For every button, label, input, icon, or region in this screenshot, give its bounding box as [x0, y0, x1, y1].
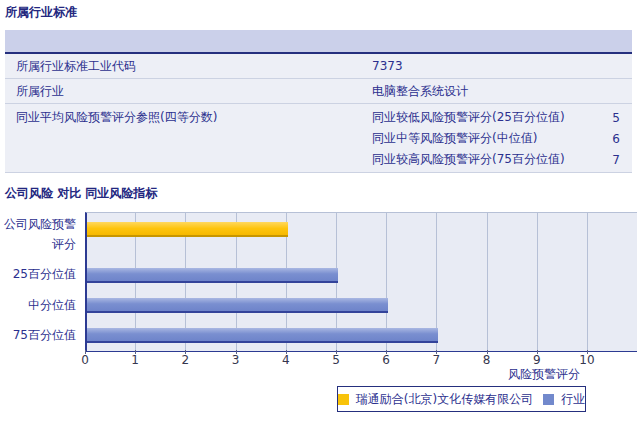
- category-label: 公司风险预警评分: [0, 214, 76, 254]
- x-tick-label: 1: [120, 353, 150, 367]
- x-tick-mark: [185, 350, 186, 354]
- subrow-value: 6: [612, 132, 620, 146]
- row-value: 7373: [372, 59, 632, 73]
- table-row: 所属行业标准工业代码 7373: [5, 54, 632, 79]
- x-tick-mark: [286, 350, 287, 354]
- bar-industry-6: [87, 298, 388, 313]
- x-tick-mark: [537, 350, 538, 354]
- gridline: [537, 213, 538, 351]
- row-label: 所属行业标准工业代码: [5, 58, 372, 75]
- x-tick-mark: [236, 350, 237, 354]
- x-axis-tick-labels: 012345678910: [0, 353, 637, 367]
- bar-company-4: [87, 222, 288, 237]
- table-row: 所属行业 电脑整合系统设计: [5, 79, 632, 104]
- x-tick-mark: [436, 350, 437, 354]
- x-tick-label: 3: [221, 353, 251, 367]
- y-axis-category-labels: 公司风险预警评分25百分位值中分位值75百分位值: [0, 212, 80, 350]
- chart-section-title: 公司风险 对比 同业风险指标: [5, 185, 157, 202]
- subrow-value: 7: [612, 153, 620, 167]
- category-label: 25百分位值: [0, 267, 76, 281]
- x-tick-mark: [487, 350, 488, 354]
- x-tick-label: 7: [421, 353, 451, 367]
- legend-item: 行业: [543, 391, 585, 408]
- quartile-subrow: 同业较高风险预警评分(75百分位值) 7: [372, 149, 620, 170]
- legend-swatch-icon: [338, 394, 349, 405]
- x-tick-mark: [386, 350, 387, 354]
- bar-industry-5: [87, 268, 338, 283]
- subrow-label: 同业较低风险预警评分(25百分位值): [372, 109, 565, 126]
- x-tick-mark: [336, 350, 337, 354]
- legend-label: 行业: [561, 391, 585, 408]
- category-label: 75百分位值: [0, 328, 76, 342]
- x-tick-label: 4: [271, 353, 301, 367]
- legend-label: 瑞通励合(北京)文化传媒有限公司: [356, 391, 533, 408]
- x-axis-title: 风险预警评分: [430, 366, 580, 383]
- x-tick-label: 10: [572, 353, 602, 367]
- row-label: 同业平均风险预警评分参照(四等分数): [5, 107, 372, 128]
- legend-item: 瑞通励合(北京)文化传媒有限公司: [338, 391, 533, 408]
- x-tick-label: 8: [472, 353, 502, 367]
- quartile-subrow: 同业中等风险预警评分(中位值) 6: [372, 128, 620, 149]
- row-label: 所属行业: [5, 83, 372, 100]
- x-tick-label: 9: [522, 353, 552, 367]
- x-tick-mark: [85, 350, 86, 354]
- x-tick-mark: [587, 350, 588, 354]
- bar-industry-7: [87, 328, 438, 343]
- x-tick-label: 0: [70, 353, 100, 367]
- x-tick-label: 6: [371, 353, 401, 367]
- quartile-subrows: 同业较低风险预警评分(25百分位值) 5 同业中等风险预警评分(中位值) 6 同…: [372, 107, 632, 170]
- legend-swatch-icon: [543, 394, 554, 405]
- row-value: 电脑整合系统设计: [372, 83, 632, 100]
- table-header-band: [5, 30, 632, 54]
- table-row-quartiles: 同业平均风险预警评分参照(四等分数) 同业较低风险预警评分(25百分位值) 5 …: [5, 104, 632, 173]
- x-tick-label: 5: [321, 353, 351, 367]
- subrow-label: 同业较高风险预警评分(75百分位值): [372, 151, 565, 168]
- x-tick-label: 2: [170, 353, 200, 367]
- industry-table: 所属行业标准工业代码 7373 所属行业 电脑整合系统设计 同业平均风险预警评分…: [5, 30, 632, 173]
- subrow-label: 同业中等风险预警评分(中位值): [372, 130, 537, 147]
- quartile-subrow: 同业较低风险预警评分(25百分位值) 5: [372, 107, 620, 128]
- subrow-value: 5: [612, 111, 620, 125]
- x-tick-mark: [135, 350, 136, 354]
- industry-section-title: 所属行业标准: [5, 4, 77, 21]
- gridline: [487, 213, 488, 351]
- report-page: 所属行业标准 所属行业标准工业代码 7373 所属行业 电脑整合系统设计 同业平…: [0, 0, 637, 423]
- gridline: [587, 213, 588, 351]
- chart-legend: 瑞通励合(北京)文化传媒有限公司行业: [337, 386, 586, 412]
- bar-chart-plot-area: [85, 212, 637, 352]
- category-label: 中分位值: [0, 298, 76, 312]
